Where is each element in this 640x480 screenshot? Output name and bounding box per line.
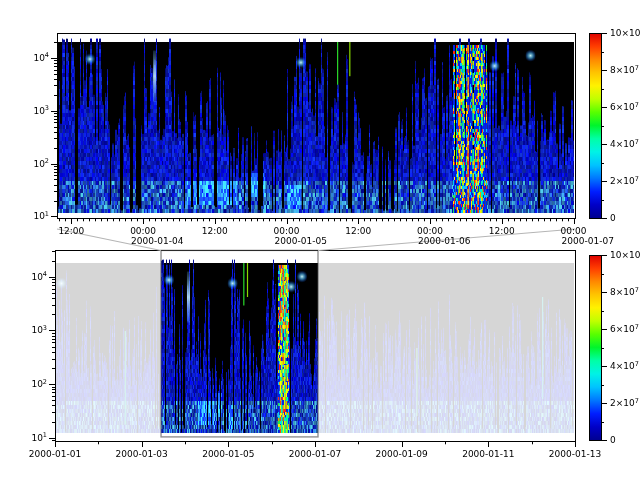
x-tick-date-label: 2000-01-11 bbox=[462, 449, 514, 459]
colorbar-tick-label: 4×107 bbox=[610, 139, 639, 150]
colorbar-tick-label: 10×107 bbox=[610, 28, 640, 39]
y-tick-label: 101 bbox=[31, 432, 47, 443]
spectrogram-figure: 10410310210102×1074×1076×1078×10710×1071… bbox=[0, 0, 640, 480]
colorbar-tick-label: 8×107 bbox=[610, 65, 639, 76]
x-tick-time-label: 12:00 bbox=[58, 226, 84, 236]
colorbar-tick-label: 10×107 bbox=[610, 250, 640, 261]
x-tick-time-label: 00:00 bbox=[274, 226, 300, 236]
x-tick-time-label: 00:00 bbox=[561, 226, 587, 236]
y-tick-label: 102 bbox=[33, 158, 49, 169]
zoom-region-indicator[interactable] bbox=[161, 250, 318, 437]
x-tick-date-label: 2000-01-06 bbox=[418, 236, 470, 246]
colorbar-tick-label: 0 bbox=[610, 435, 616, 445]
x-tick-time-label: 00:00 bbox=[417, 226, 443, 236]
colorbar-tick-label: 6×107 bbox=[610, 102, 639, 113]
top-plot-area[interactable] bbox=[57, 33, 575, 218]
x-tick-time-label: 12:00 bbox=[345, 226, 371, 236]
colorbar-tick-label: 0 bbox=[610, 213, 616, 223]
x-tick-date-label: 2000-01-13 bbox=[549, 449, 601, 459]
x-tick-time-label: 12:00 bbox=[202, 226, 228, 236]
x-tick-date-label: 2000-01-05 bbox=[275, 236, 327, 246]
colorbar-tick-label: 8×107 bbox=[610, 287, 639, 298]
colorbar-tick-label: 2×107 bbox=[610, 176, 639, 187]
colorbar-tick-label: 4×107 bbox=[610, 361, 639, 372]
y-tick-label: 101 bbox=[33, 211, 49, 222]
y-tick-label: 102 bbox=[31, 379, 47, 390]
colorbar-tick-label: 2×107 bbox=[610, 398, 639, 409]
colorbar-tick-label: 6×107 bbox=[610, 324, 639, 335]
x-tick-date-label: 2000-01-07 bbox=[289, 449, 341, 459]
x-tick-date-label: 2000-01-05 bbox=[202, 449, 254, 459]
x-tick-date-label: 2000-01-07 bbox=[562, 236, 614, 246]
y-tick-label: 104 bbox=[33, 52, 49, 63]
y-tick-label: 104 bbox=[31, 271, 47, 282]
y-tick-label: 103 bbox=[33, 105, 49, 116]
x-tick-time-label: 00:00 bbox=[130, 226, 156, 236]
x-tick-time-label: 12:00 bbox=[489, 226, 515, 236]
x-tick-date-label: 2000-01-04 bbox=[131, 236, 183, 246]
x-tick-date-label: 2000-01-09 bbox=[376, 449, 428, 459]
x-tick-date-label: 2000-01-01 bbox=[29, 449, 81, 459]
y-tick-label: 103 bbox=[31, 325, 47, 336]
x-tick-date-label: 2000-01-03 bbox=[116, 449, 168, 459]
